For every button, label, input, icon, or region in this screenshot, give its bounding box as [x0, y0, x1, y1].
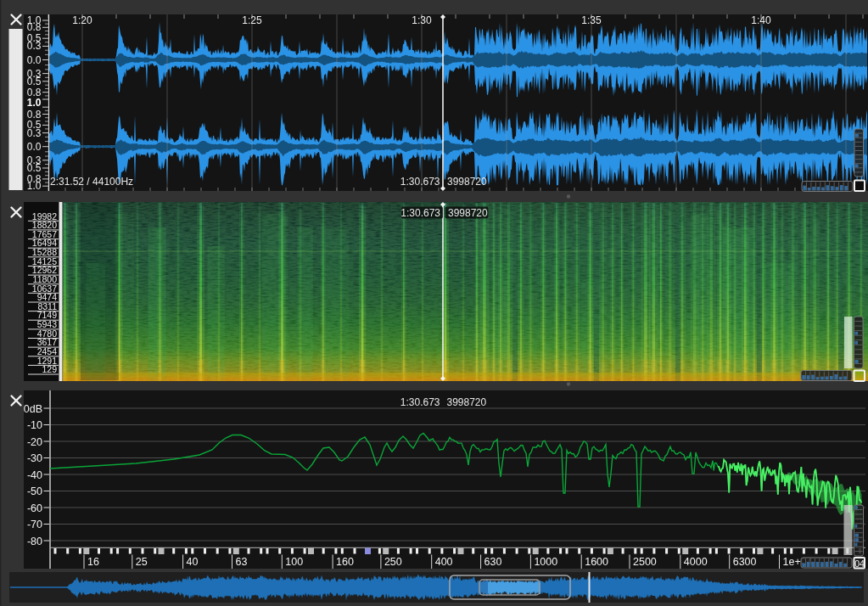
svg-text:0.3: 0.3 — [27, 154, 42, 166]
svg-text:-40: -40 — [27, 469, 42, 481]
svg-text:25: 25 — [136, 556, 148, 568]
svg-text:1:35: 1:35 — [581, 14, 602, 26]
svg-text:2500: 2500 — [633, 556, 657, 568]
svg-text:2:31.52 / 44100Hz: 2:31.52 / 44100Hz — [50, 176, 133, 188]
svg-text:160: 160 — [336, 556, 354, 568]
svg-text:04: 04 — [854, 558, 865, 569]
svg-text:0dB: 0dB — [24, 403, 42, 415]
svg-text:630: 630 — [484, 556, 502, 568]
svg-text:250: 250 — [384, 556, 402, 568]
svg-text:1:25: 1:25 — [242, 14, 262, 26]
svg-text:1.0: 1.0 — [27, 97, 42, 109]
svg-text:3998720: 3998720 — [447, 176, 487, 188]
svg-text:1600: 1600 — [585, 556, 608, 568]
svg-text:-80: -80 — [27, 536, 42, 547]
svg-text:-50: -50 — [27, 485, 42, 497]
svg-text:-30: -30 — [27, 452, 42, 464]
svg-text:0.0: 0.0 — [27, 54, 42, 66]
svg-text:0.8: 0.8 — [27, 21, 42, 33]
svg-text:6300: 6300 — [733, 556, 757, 568]
svg-text:1:30.673: 1:30.673 — [400, 207, 440, 219]
svg-text:-70: -70 — [27, 519, 42, 530]
svg-text:0.8: 0.8 — [27, 173, 42, 185]
svg-text:1:20: 1:20 — [72, 14, 92, 26]
svg-text:-20: -20 — [27, 436, 42, 448]
svg-text:63: 63 — [236, 556, 248, 568]
svg-text:129: 129 — [42, 364, 57, 374]
svg-text:-10: -10 — [27, 419, 42, 431]
svg-text:1:30.673: 1:30.673 — [400, 176, 440, 188]
svg-text:16: 16 — [87, 556, 99, 568]
svg-text:1:40: 1:40 — [751, 14, 771, 26]
svg-text:100: 100 — [285, 556, 303, 568]
svg-text:40: 40 — [187, 556, 199, 568]
svg-text:0.3: 0.3 — [27, 127, 42, 139]
svg-text:4000: 4000 — [684, 556, 708, 568]
svg-text:0.8: 0.8 — [27, 109, 42, 121]
svg-text:1:30.673: 1:30.673 — [400, 396, 440, 408]
svg-text:1:30: 1:30 — [412, 14, 432, 26]
svg-text:3998720: 3998720 — [448, 207, 488, 219]
svg-text:-60: -60 — [27, 502, 42, 514]
svg-text:1000: 1000 — [534, 556, 557, 568]
svg-text:0.3: 0.3 — [27, 40, 42, 52]
svg-text:400: 400 — [435, 556, 453, 568]
svg-text:3998720: 3998720 — [447, 396, 487, 408]
svg-text:0.0: 0.0 — [27, 141, 42, 153]
svg-text:0.3: 0.3 — [27, 68, 42, 80]
